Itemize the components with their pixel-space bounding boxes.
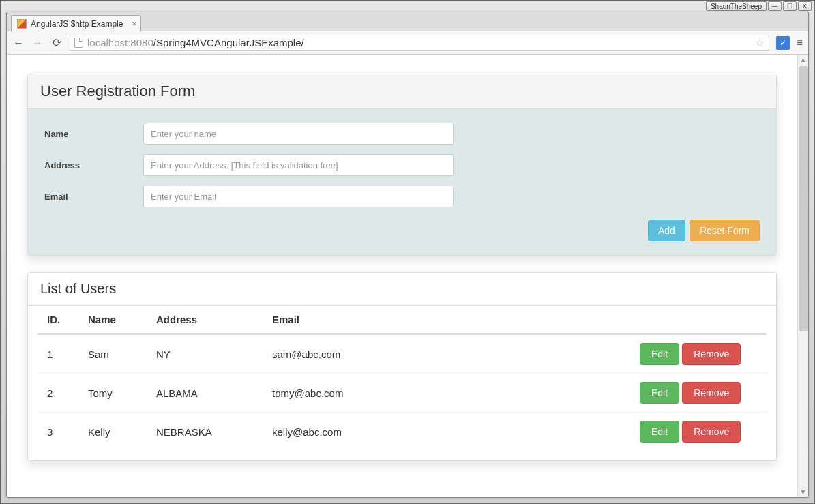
col-id: ID. bbox=[38, 306, 78, 334]
edit-button[interactable]: Edit bbox=[640, 343, 679, 365]
tab-favicon-icon bbox=[17, 19, 27, 29]
page-viewport: User Registration Form Name Address Emai… bbox=[7, 55, 808, 497]
window-user-tag: ShaunTheSheep bbox=[706, 1, 767, 11]
email-label: Email bbox=[44, 192, 143, 202]
tab-title: AngularJS $http Example bbox=[31, 19, 123, 29]
browser-tab[interactable]: AngularJS $http Example × bbox=[11, 15, 141, 31]
window-titlebar: ShaunTheSheep — ☐ ✕ bbox=[706, 1, 814, 12]
bookmark-star-icon[interactable]: ☆ bbox=[755, 36, 765, 49]
cell-email: sam@abc.com bbox=[263, 334, 630, 374]
col-actions bbox=[630, 306, 767, 334]
form-heading: User Registration Form bbox=[28, 74, 776, 109]
table-row: 2TomyALBAMAtomy@abc.comEditRemove bbox=[38, 374, 767, 413]
page-icon bbox=[74, 38, 83, 48]
os-window: ShaunTheSheep — ☐ ✕ AngularJS $http Exam… bbox=[0, 0, 815, 504]
list-heading: List of Users bbox=[28, 273, 776, 306]
hamburger-menu-icon[interactable]: ≡ bbox=[797, 37, 803, 49]
scrollbar[interactable]: ▲ ▼ bbox=[797, 55, 808, 497]
extension-icon[interactable]: ✓ bbox=[776, 36, 790, 50]
table-row: 3KellyNEBRASKAkelly@abc.comEditRemove bbox=[38, 413, 767, 451]
cell-address: NY bbox=[147, 334, 263, 374]
cell-address: ALBAMA bbox=[147, 374, 263, 413]
email-input[interactable] bbox=[143, 186, 454, 207]
col-email: Email bbox=[263, 306, 630, 334]
address-bar[interactable]: localhost:8080/Spring4MVCAngularJSExampl… bbox=[70, 35, 769, 51]
name-input[interactable] bbox=[143, 123, 454, 145]
tab-strip: AngularJS $http Example × bbox=[7, 12, 808, 31]
window-maximize-button[interactable]: ☐ bbox=[783, 1, 797, 11]
cell-name: Tomy bbox=[78, 374, 147, 413]
users-table: ID. Name Address Email 1SamNYsam@abc.com… bbox=[38, 306, 767, 451]
cell-actions: EditRemove bbox=[630, 374, 767, 413]
cell-id: 2 bbox=[38, 374, 78, 413]
scroll-up-icon[interactable]: ▲ bbox=[798, 55, 808, 65]
registration-form-panel: User Registration Form Name Address Emai… bbox=[27, 74, 777, 256]
cell-address: NEBRASKA bbox=[147, 413, 263, 451]
cell-id: 1 bbox=[38, 334, 78, 374]
url-text: localhost:8080/Spring4MVCAngularJSExampl… bbox=[87, 37, 304, 48]
remove-button[interactable]: Remove bbox=[682, 421, 741, 443]
back-button[interactable]: ← bbox=[12, 37, 25, 49]
remove-button[interactable]: Remove bbox=[682, 343, 741, 365]
edit-button[interactable]: Edit bbox=[640, 421, 679, 443]
browser-toolbar: ← → ⟳ localhost:8080/Spring4MVCAngularJS… bbox=[7, 31, 808, 55]
add-button[interactable]: Add bbox=[648, 220, 685, 241]
cell-email: tomy@abc.com bbox=[263, 374, 630, 413]
col-name: Name bbox=[78, 306, 147, 334]
window-minimize-button[interactable]: — bbox=[768, 1, 782, 11]
name-label: Name bbox=[44, 129, 143, 139]
forward-button[interactable]: → bbox=[31, 37, 44, 49]
cell-email: kelly@abc.com bbox=[263, 413, 630, 451]
window-close-button[interactable]: ✕ bbox=[798, 1, 812, 11]
cell-actions: EditRemove bbox=[630, 334, 767, 374]
col-address: Address bbox=[147, 306, 263, 334]
form-body: Name Address Email Add bbox=[28, 109, 776, 255]
tab-close-icon[interactable]: × bbox=[132, 20, 136, 28]
address-input[interactable] bbox=[143, 154, 454, 176]
cell-name: Kelly bbox=[78, 413, 147, 451]
cell-name: Sam bbox=[78, 334, 147, 374]
edit-button[interactable]: Edit bbox=[640, 382, 679, 404]
scroll-thumb[interactable] bbox=[799, 66, 808, 331]
reset-form-button[interactable]: Reset Form bbox=[690, 220, 760, 241]
table-row: 1SamNYsam@abc.comEditRemove bbox=[38, 334, 767, 374]
cell-id: 3 bbox=[38, 413, 78, 451]
cell-actions: EditRemove bbox=[630, 413, 767, 451]
browser-window: AngularJS $http Example × ← → ⟳ localhos… bbox=[6, 12, 809, 498]
table-header-row: ID. Name Address Email bbox=[38, 306, 767, 334]
address-label: Address bbox=[44, 160, 143, 171]
scroll-down-icon[interactable]: ▼ bbox=[798, 487, 808, 497]
remove-button[interactable]: Remove bbox=[682, 382, 741, 404]
reload-button[interactable]: ⟳ bbox=[50, 36, 63, 49]
users-list-panel: List of Users ID. Name Address Email bbox=[27, 272, 777, 461]
